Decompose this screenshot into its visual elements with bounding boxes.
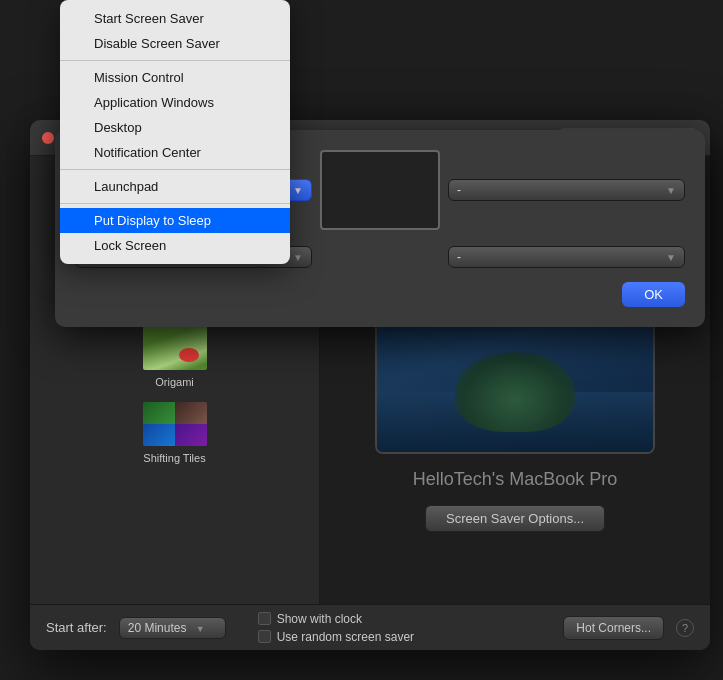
menu-divider-2 (60, 169, 290, 170)
menu-item-disable-screen-saver[interactable]: Disable Screen Saver (60, 31, 290, 56)
menu-item-launchpad[interactable]: Launchpad (60, 174, 290, 199)
menu-item-notification-center[interactable]: Notification Center (60, 140, 290, 165)
random-saver-row: Use random screen saver (258, 630, 552, 644)
shift-cell-2 (175, 402, 207, 424)
shift-cell-1 (143, 402, 175, 424)
menu-label-start-screen-saver: Start Screen Saver (94, 11, 204, 26)
menu-label-disable-screen-saver: Disable Screen Saver (94, 36, 220, 51)
screen-preview-corners (320, 150, 440, 230)
saver-name-origami: Origami (155, 376, 194, 388)
menu-label-lock-screen: Lock Screen (94, 238, 166, 253)
menu-label-mission-control: Mission Control (94, 70, 184, 85)
start-after-label: Start after: (46, 620, 107, 635)
menu-section-2: Mission Control Application Windows Desk… (60, 63, 290, 167)
list-item[interactable]: Origami (30, 318, 319, 394)
menu-item-start-screen-saver[interactable]: Start Screen Saver (60, 6, 290, 31)
show-clock-label: Show with clock (277, 612, 362, 626)
device-name: HelloTech's MacBook Pro (413, 469, 618, 490)
menu-item-lock-screen[interactable]: Lock Screen (60, 233, 290, 258)
screen-saver-options-button[interactable]: Screen Saver Options... (425, 505, 605, 532)
menu-label-application-windows: Application Windows (94, 95, 214, 110)
menu-item-mission-control[interactable]: Mission Control (60, 65, 290, 90)
origami-bug (179, 348, 199, 362)
random-saver-checkbox[interactable] (258, 630, 271, 643)
menu-label-desktop: Desktop (94, 120, 142, 135)
hot-corners-button[interactable]: Hot Corners... (563, 616, 664, 640)
chevron-down-icon: ▼ (293, 185, 303, 196)
menu-label-put-display-to-sleep: Put Display to Sleep (94, 213, 211, 228)
bottom-right-corner-select[interactable]: - ▼ (448, 246, 685, 268)
popover-bottom: OK (75, 282, 685, 307)
menu-label-notification-center: Notification Center (94, 145, 201, 160)
menu-section-3: Launchpad (60, 172, 290, 201)
checkbox-group: Show with clock Use random screen saver (258, 612, 552, 644)
preview-island (455, 352, 575, 432)
saver-name-shifting: Shifting Tiles (143, 452, 205, 464)
shift-cell-3 (143, 424, 175, 446)
origami-thumb-content (143, 326, 207, 370)
menu-item-put-display-to-sleep[interactable]: Put Display to Sleep (60, 208, 290, 233)
top-right-corner-container: - ▼ (448, 179, 685, 201)
ok-button[interactable]: OK (622, 282, 685, 307)
start-after-value: 20 Minutes (128, 621, 187, 635)
menu-divider-3 (60, 203, 290, 204)
bottom-bar: Start after: 20 Minutes ▼ Show with cloc… (30, 604, 710, 650)
bottom-right-corner-container: - ▼ (448, 246, 685, 268)
top-right-corner-value: - (457, 183, 461, 197)
menu-item-application-windows[interactable]: Application Windows (60, 90, 290, 115)
menu-section-1: Start Screen Saver Disable Screen Saver (60, 4, 290, 58)
context-menu: Start Screen Saver Disable Screen Saver … (60, 0, 290, 264)
chevron-down-icon: ▼ (196, 624, 205, 634)
menu-item-desktop[interactable]: Desktop (60, 115, 290, 140)
menu-label-launchpad: Launchpad (94, 179, 158, 194)
menu-section-4: Put Display to Sleep Lock Screen (60, 206, 290, 260)
shifting-thumb-content (143, 402, 207, 446)
chevron-down-icon: ▼ (666, 185, 676, 196)
random-saver-label: Use random screen saver (277, 630, 414, 644)
chevron-down-icon: ▼ (293, 252, 303, 263)
bottom-right-corner-value: - (457, 250, 461, 264)
chevron-down-icon: ▼ (666, 252, 676, 263)
show-clock-checkbox[interactable] (258, 612, 271, 625)
saver-thumbnail-shifting (141, 400, 209, 448)
shift-cell-4 (175, 424, 207, 446)
saver-thumbnail-origami (141, 324, 209, 372)
help-button[interactable]: ? (676, 619, 694, 637)
start-after-select[interactable]: 20 Minutes ▼ (119, 617, 226, 639)
show-clock-row: Show with clock (258, 612, 552, 626)
top-right-corner-select[interactable]: - ▼ (448, 179, 685, 201)
origami-leaf (143, 326, 207, 370)
list-item[interactable]: Shifting Tiles (30, 394, 319, 470)
menu-divider-1 (60, 60, 290, 61)
